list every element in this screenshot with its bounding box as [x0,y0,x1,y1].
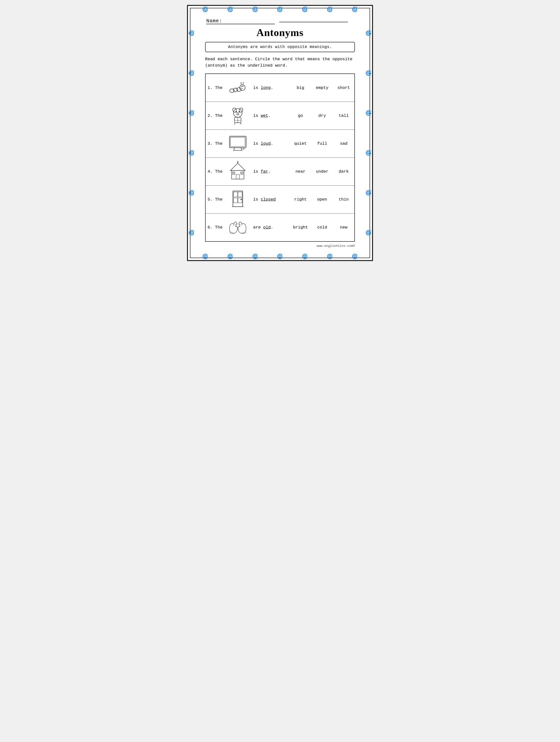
worksheet-table: 1. The is long.bigemptyshort2. The is we… [205,73,355,242]
row-3-choice-2[interactable]: full [311,130,333,158]
svg-line-6 [241,83,241,85]
svg-point-4 [241,86,242,87]
keyword-2: wet [261,113,268,118]
svg-rect-43 [233,198,238,203]
row-6-choice-2[interactable]: cold [311,214,333,242]
keyword-5: closed [261,197,276,202]
row-5-sentence: is closed [251,186,289,214]
svg-point-25 [242,149,243,149]
svg-line-22 [234,148,235,150]
svg-point-0 [230,89,234,93]
name-label: Name: [206,18,275,24]
svg-point-8 [240,82,241,83]
definition-text: Antonyms are words with opposite meaning… [228,45,332,49]
row-4-sentence: is far. [251,158,289,186]
row-3-choice-3[interactable]: sad [333,130,355,158]
svg-rect-29 [236,175,239,179]
svg-rect-44 [238,198,242,203]
svg-line-17 [235,123,235,124]
svg-rect-21 [231,138,245,147]
row-2-choice-3[interactable]: tall [333,102,355,130]
table-row: 3. The is loud.quietfullsad [205,130,355,158]
name-underline [279,22,348,22]
svg-rect-20 [230,136,246,148]
table-row: 4. The is far.nearunderdark [205,158,355,186]
worksheet-page: 🌀 🌀 🌀 🌀 🌀 🌀 🌀 🌀 🌀 🌀 🌀 🌀 🌀 🌀 🌀 🌀 🌀 🌀 🌀 🌀 … [187,5,373,261]
row-5-image [224,186,251,214]
row-2-choice-2[interactable]: dry [311,102,333,130]
svg-point-19 [237,113,239,114]
page-title: Antonyms [205,27,355,39]
svg-point-45 [240,199,242,200]
keyword-6: old [263,225,271,230]
svg-point-5 [242,86,243,87]
row-5-choice-1[interactable]: right [289,186,311,214]
svg-rect-42 [238,192,242,197]
row-1-number: 1. The [205,74,224,102]
row-5-choice-3[interactable]: thin [333,186,355,214]
name-field-row: Name: [205,18,355,24]
svg-rect-40 [233,191,243,207]
table-row: 1. The is long.bigemptyshort [205,74,355,102]
row-1-image [224,74,251,102]
row-5-choice-2[interactable]: open [311,186,333,214]
svg-point-3 [240,85,245,91]
svg-point-9 [243,82,244,83]
row-3-sentence: is loud. [251,130,289,158]
keyword-3: loud [261,141,271,146]
row-6-choice-1[interactable]: bright [289,214,311,242]
keyword-4: far [261,169,268,174]
table-row: 6. The are old.brightcoldnew [205,214,355,242]
svg-line-18 [240,123,241,124]
row-2-image [224,102,251,130]
table-row: 5. The is closedrightopenthin [205,186,355,214]
svg-line-7 [243,83,243,85]
svg-rect-41 [233,192,238,197]
row-4-number: 4. The [205,158,224,186]
svg-point-10 [233,108,242,117]
row-3-image [224,130,251,158]
row-6-image [224,214,251,242]
row-1-choice-3[interactable]: short [333,74,355,102]
row-2-choice-1[interactable]: go [289,102,311,130]
svg-marker-28 [231,163,245,170]
row-3-choice-1[interactable]: quiet [289,130,311,158]
row-4-choice-2[interactable]: under [311,158,333,186]
instructions-text: Read each sentence. Circle the word that… [205,56,355,68]
row-6-number: 6. The [205,214,224,242]
row-4-choice-1[interactable]: near [289,158,311,186]
svg-line-23 [241,148,242,150]
row-2-sentence: is wet. [251,102,289,130]
row-4-choice-3[interactable]: dark [333,158,355,186]
row-4-image [224,158,251,186]
row-2-number: 2. The [205,102,224,130]
row-6-sentence: are old. [251,214,289,242]
row-3-number: 3. The [205,130,224,158]
footer-text: www.englishlinx.com© [205,244,355,248]
row-6-choice-3[interactable]: new [333,214,355,242]
svg-point-26 [244,149,244,149]
definition-box: Antonyms are words with opposite meaning… [205,42,355,52]
keyword-1: long [261,86,271,90]
table-row: 2. The is wet.godrytall [205,102,355,130]
row-1-choice-2[interactable]: empty [311,74,333,102]
row-1-sentence: is long. [251,74,289,102]
row-5-number: 5. The [205,186,224,214]
row-1-choice-1[interactable]: big [289,74,311,102]
svg-rect-33 [237,162,238,162]
